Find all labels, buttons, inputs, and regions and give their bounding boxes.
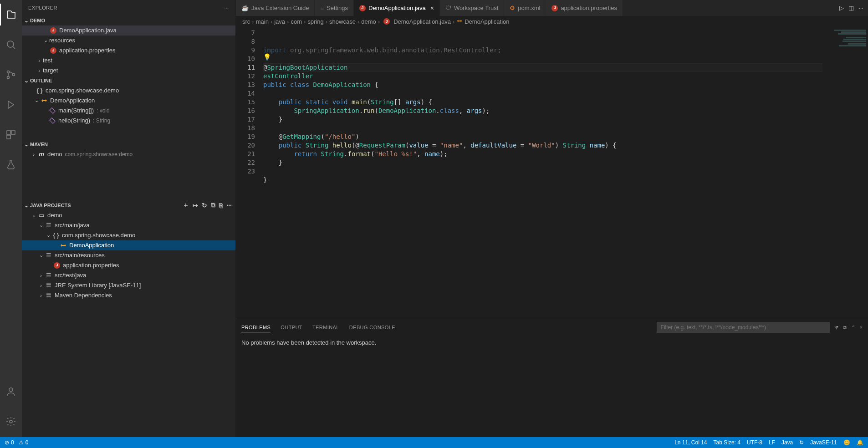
jproj-jre[interactable]: › 𝌆 JRE System Library [JavaSE-11] (22, 280, 235, 290)
maven-project[interactable]: › m demo com.spring.showcase:demo (22, 149, 235, 159)
chevron-down-icon: ⌄ (23, 17, 30, 24)
status-tabsize[interactable]: Tab Size: 4 (714, 439, 740, 446)
scm-icon[interactable] (0, 64, 22, 86)
line-gutter: 7891011121314151617181920212223 (236, 27, 263, 319)
run-icon[interactable] (0, 94, 22, 116)
code-editor[interactable]: 7891011121314151617181920212223 import o… (236, 27, 868, 319)
build-icon[interactable]: ⎘ (219, 202, 223, 209)
file-demoapplication[interactable]: J DemoApplication.java (22, 25, 235, 36)
status-language[interactable]: Java (781, 439, 793, 446)
outline-label: DemoApplication (50, 97, 95, 104)
jproj-package[interactable]: ⌄ { } com.spring.showcase.demo (22, 230, 235, 240)
crumb[interactable]: main (256, 18, 269, 25)
tab-label: Workspace Trust (454, 5, 498, 11)
collapse-all-icon[interactable]: ⧉ (843, 325, 847, 331)
status-sync-icon[interactable]: ↻ (799, 439, 804, 446)
jproj-class-demoapp[interactable]: DemoApplication (22, 240, 235, 250)
gear-icon[interactable] (0, 411, 22, 433)
code-token: run (363, 107, 374, 114)
crumb[interactable]: demo (361, 18, 376, 25)
outline-method-main[interactable]: main(String[]) : void (22, 106, 235, 116)
crumb[interactable]: DemoApplication.java (393, 18, 451, 25)
export-icon[interactable]: ↦ (193, 202, 198, 209)
jproj-appprops[interactable]: J application.properties (22, 260, 235, 270)
tab-pomxml[interactable]: ⚙ pom.xml (504, 0, 546, 16)
crumb[interactable]: com (291, 18, 302, 25)
collapse-icon[interactable]: ⧉ (211, 201, 215, 209)
close-panel-icon[interactable]: × (860, 325, 863, 330)
new-icon[interactable]: ＋ (183, 201, 189, 209)
chevron-up-icon[interactable]: ⌃ (851, 325, 855, 331)
status-errors[interactable]: ⊘0 (5, 439, 14, 446)
maven-icon: m (37, 150, 46, 158)
test-icon[interactable] (0, 154, 22, 176)
tab-settings[interactable]: ≡ Settings (315, 0, 354, 16)
run-button-icon[interactable]: ▷ (839, 5, 844, 11)
status-cursor-pos[interactable]: Ln 11, Col 14 (674, 439, 707, 446)
crumb[interactable]: DemoApplication (465, 18, 509, 25)
jproj-srcres[interactable]: ⌄ ☰ src/main/resources (22, 250, 235, 260)
code-token: args (405, 98, 421, 106)
section-javaprojects[interactable]: ⌄ JAVA PROJECTS ＋ ↦ ↻ ⧉ ⎘ ··· (22, 200, 235, 210)
crumb[interactable]: spring (307, 18, 323, 25)
tab-appproperties[interactable]: J application.properties (546, 0, 623, 16)
tab-more-icon[interactable]: ··· (858, 5, 863, 11)
lightbulb-icon[interactable]: 💡 (263, 53, 271, 61)
filter-icon[interactable]: ⧩ (834, 325, 838, 331)
crumb[interactable]: java (274, 18, 285, 25)
file-appproperties[interactable]: J application.properties (22, 46, 235, 56)
search-icon[interactable] (0, 34, 22, 56)
jproj-srctest[interactable]: › ☰ src/test/java (22, 270, 235, 280)
close-icon[interactable]: × (430, 5, 434, 12)
panel-tab-output[interactable]: OUTPUT (281, 323, 302, 332)
code-token: void (332, 98, 348, 106)
refresh-icon[interactable]: ↻ (202, 202, 207, 209)
folder-test[interactable]: › test (22, 56, 235, 66)
panel-tab-terminal[interactable]: TERMINAL (312, 323, 339, 332)
error-icon: ⊘ (5, 439, 9, 446)
activity-bar (0, 0, 22, 437)
panel-tab-debug[interactable]: DEBUG CONSOLE (349, 323, 395, 332)
account-icon[interactable] (0, 381, 22, 402)
status-feedback-icon[interactable]: 😊 (843, 439, 850, 446)
status-bell-icon[interactable]: 🔔 (857, 439, 863, 446)
section-demo[interactable]: ⌄ DEMO (22, 15, 235, 25)
section-maven[interactable]: ⌄ MAVEN (22, 139, 235, 149)
folder-resources[interactable]: ⌄ resources (22, 36, 235, 46)
section-outline[interactable]: ⌄ OUTLINE (22, 76, 235, 86)
crumb[interactable]: showcase (329, 18, 356, 25)
extensions-icon[interactable] (0, 124, 22, 146)
code-token: String (321, 150, 344, 158)
minimap[interactable] (822, 27, 868, 319)
chevron-right-icon: › (36, 68, 43, 73)
more-icon[interactable]: ··· (226, 202, 232, 209)
class-icon (456, 18, 463, 25)
code-area[interactable]: import org.springframework.web.bind.anno… (263, 27, 868, 319)
status-encoding[interactable]: UTF-8 (747, 439, 762, 446)
folder-target[interactable]: › target (22, 66, 235, 76)
coffee-icon: ☕ (241, 5, 249, 11)
tab-bar: ☕ Java Extension Guide ≡ Settings J Demo… (236, 0, 868, 16)
breadcrumb[interactable]: src› main› java› com› spring› showcase› … (236, 16, 868, 27)
crumb[interactable]: src (242, 18, 250, 25)
status-eol[interactable]: LF (769, 439, 775, 446)
jproj-root[interactable]: ⌄ ▭ demo (22, 210, 235, 220)
jproj-srcmain[interactable]: ⌄ ☰ src/main/java (22, 220, 235, 230)
explorer-icon[interactable] (0, 4, 22, 25)
tab-demoapplication[interactable]: J DemoApplication.java × (354, 0, 440, 16)
outline-type: : String (93, 117, 110, 124)
problems-filter-input[interactable] (657, 322, 830, 333)
tab-workspace-trust[interactable]: 🛡 Workspace Trust (440, 0, 504, 16)
code-token: String (306, 142, 329, 149)
outline-method-hello[interactable]: hello(String) : String (22, 116, 235, 126)
split-editor-icon[interactable]: ◫ (848, 5, 854, 11)
panel-tab-problems[interactable]: PROBLEMS (241, 323, 271, 332)
outline-namespace[interactable]: { } com.spring.showcase.demo (22, 86, 235, 96)
status-jdk[interactable]: JavaSE-11 (810, 439, 837, 446)
svg-point-2 (7, 76, 10, 79)
tab-java-guide[interactable]: ☕ Java Extension Guide (236, 0, 315, 16)
status-warnings[interactable]: ⚠0 (19, 439, 29, 446)
jproj-mvndeps[interactable]: › 𝌆 Maven Dependencies (22, 290, 235, 300)
sidebar-more-icon[interactable]: ··· (224, 5, 229, 10)
outline-class[interactable]: ⌄ DemoApplication (22, 96, 235, 106)
